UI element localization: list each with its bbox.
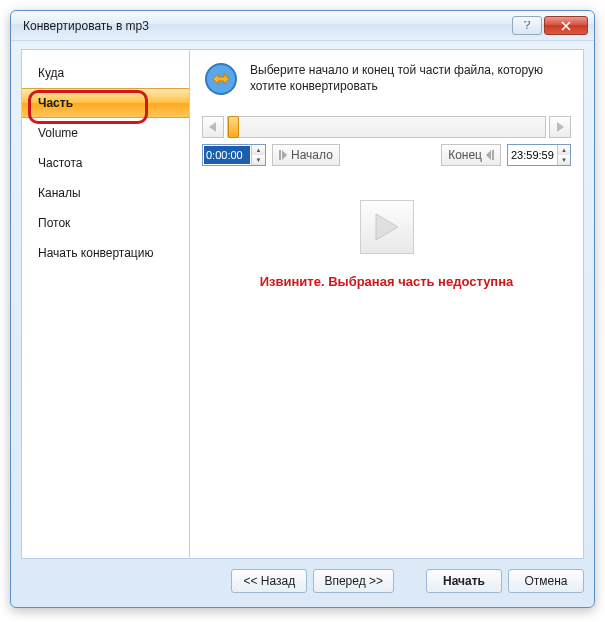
start-time-value: 0:00:00 xyxy=(204,146,250,164)
sidebar-item-label: Volume xyxy=(38,126,78,140)
start-time-spinner[interactable]: ▲▼ xyxy=(251,145,265,165)
help-icon: ? xyxy=(522,21,532,31)
svg-text:?: ? xyxy=(524,21,531,31)
instruction-row: Выберите начало и конец той части файла,… xyxy=(202,60,571,98)
slider-right-button[interactable] xyxy=(549,116,571,138)
sidebar-item-label: Часть xyxy=(38,96,73,110)
help-button[interactable]: ? xyxy=(512,16,542,35)
close-button[interactable] xyxy=(544,16,588,35)
cancel-button[interactable]: Отмена xyxy=(508,569,584,593)
slider-track[interactable] xyxy=(227,116,546,138)
set-start-button[interactable]: Начало xyxy=(272,144,340,166)
titlebar: Конвертировать в mp3 ? xyxy=(11,11,594,41)
start-label: Начать xyxy=(443,574,485,588)
arrows-circle-icon xyxy=(202,60,240,98)
sidebar-item-label: Начать конвертацию xyxy=(38,246,153,260)
sidebar-item-label: Поток xyxy=(38,216,70,230)
marker-start-icon xyxy=(279,150,287,160)
sidebar-item-frequency[interactable]: Частота xyxy=(22,148,189,178)
forward-button[interactable]: Вперед >> xyxy=(313,569,394,593)
triangle-right-icon xyxy=(556,122,564,132)
set-start-label: Начало xyxy=(291,148,333,162)
sidebar-item-part[interactable]: Часть xyxy=(22,88,189,118)
dialog-window: Конвертировать в mp3 ? Куда Часть Volume… xyxy=(10,10,595,608)
cancel-label: Отмена xyxy=(524,574,567,588)
start-button[interactable]: Начать xyxy=(426,569,502,593)
sidebar-item-destination[interactable]: Куда xyxy=(22,58,189,88)
back-button[interactable]: << Назад xyxy=(231,569,307,593)
play-button[interactable] xyxy=(360,200,414,254)
instruction-text: Выберите начало и конец той части файла,… xyxy=(250,60,571,94)
main-panel: Выберите начало и конец той части файла,… xyxy=(190,50,583,558)
content-area: Куда Часть Volume Частота Каналы Поток Н… xyxy=(21,49,584,559)
sidebar-item-label: Куда xyxy=(38,66,64,80)
window-title: Конвертировать в mp3 xyxy=(23,19,510,33)
sidebar-item-start-convert[interactable]: Начать конвертацию xyxy=(22,238,189,268)
footer: << Назад Вперед >> Начать Отмена xyxy=(21,565,584,597)
set-end-label: Конец xyxy=(448,148,482,162)
back-label: << Назад xyxy=(244,574,296,588)
end-time-input[interactable]: 23:59:59 ▲▼ xyxy=(507,144,571,166)
instruction-icon xyxy=(202,60,240,98)
close-icon xyxy=(561,21,571,31)
slider-left-button[interactable] xyxy=(202,116,224,138)
start-time-input[interactable]: 0:00:00 ▲▼ xyxy=(202,144,266,166)
sidebar-item-label: Частота xyxy=(38,156,82,170)
set-end-button[interactable]: Конец xyxy=(441,144,501,166)
end-time-value: 23:59:59 xyxy=(509,146,556,164)
sidebar-item-label: Каналы xyxy=(38,186,81,200)
sidebar-item-channels[interactable]: Каналы xyxy=(22,178,189,208)
sidebar: Куда Часть Volume Частота Каналы Поток Н… xyxy=(22,50,190,558)
sidebar-item-volume[interactable]: Volume xyxy=(22,118,189,148)
slider-thumb[interactable] xyxy=(228,116,239,138)
slider-row xyxy=(202,116,571,138)
marker-end-icon xyxy=(486,150,494,160)
play-icon xyxy=(374,212,400,242)
sidebar-item-stream[interactable]: Поток xyxy=(22,208,189,238)
error-message: Извините. Выбраная часть недоступна xyxy=(202,274,571,289)
titlebar-buttons: ? xyxy=(510,16,588,35)
time-row: 0:00:00 ▲▼ Начало Конец 23:59:59 ▲▼ xyxy=(202,144,571,166)
end-time-spinner[interactable]: ▲▼ xyxy=(557,145,570,165)
triangle-left-icon xyxy=(209,122,217,132)
forward-label: Вперед >> xyxy=(324,574,383,588)
